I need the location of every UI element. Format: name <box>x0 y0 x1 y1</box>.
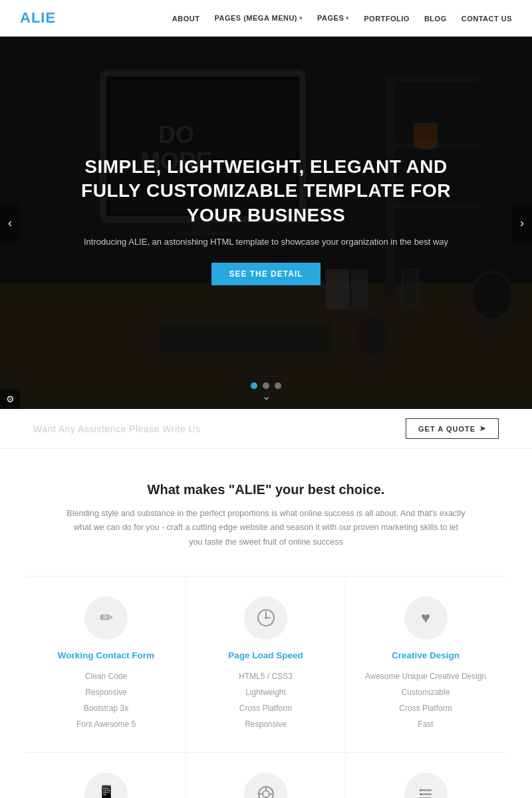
working-contact-icon: ✏ <box>84 597 128 640</box>
list-item: Customizable <box>365 684 487 700</box>
svg-point-25 <box>265 616 267 619</box>
feature-page-speed: Page Load Speed HTML5 / CSS3 Lightweight… <box>186 577 346 753</box>
creative-design-title: Creative Design <box>392 650 460 660</box>
nav-about[interactable]: ABOUT <box>172 15 200 23</box>
nav-portfolio[interactable]: PORTFOLIO <box>364 15 410 23</box>
list-item: Cross Platform <box>365 700 487 716</box>
gear-button[interactable]: ⚙ <box>0 389 20 409</box>
svg-rect-33 <box>420 793 432 795</box>
svg-rect-32 <box>420 789 432 791</box>
nav-pages[interactable]: PAGES <box>317 14 344 22</box>
list-item: Responsive <box>239 716 293 732</box>
logo-rest: LIE <box>31 9 56 26</box>
nav-contact[interactable]: CONTACT US <box>462 15 512 23</box>
feature-grid: ✏ Working Contact Form Clean Code Respon… <box>27 576 505 798</box>
gear-icon: ⚙ <box>6 394 15 404</box>
feature-easy-setup: Easy to Setup Awesome Unique Creative De… <box>346 753 505 798</box>
nav-blog[interactable]: BLOG <box>424 15 447 23</box>
list-item: Cross Platform <box>239 700 293 716</box>
responsive-icon: 📱 <box>84 773 128 798</box>
list-item: Bootstrap 3x <box>76 700 136 716</box>
feature-responsive: 📱 Fully Responsive SEO Easy to Setup Soc… <box>27 753 186 798</box>
page-speed-icon <box>244 597 287 640</box>
features-description: Blending style and substance in the perf… <box>66 507 466 549</box>
chevron-right-icon: › <box>520 216 524 230</box>
list-item: Font Awesome 5 <box>76 716 136 732</box>
features-section: What makes "ALIE" your best choice. Blen… <box>0 449 532 798</box>
carousel-dot-2[interactable] <box>263 382 269 389</box>
list-item: Awesome Unique Creative Design <box>365 668 487 684</box>
carousel-dot-3[interactable] <box>275 382 281 389</box>
chevron-down-icon: ⌄ <box>262 390 271 402</box>
get-quote-button[interactable]: GET A QUOTE ➤ <box>406 418 499 439</box>
page-speed-list: HTML5 / CSS3 Lightweight Cross Platform … <box>239 668 293 732</box>
features-title: What makes "ALIE" your best choice. <box>27 482 505 497</box>
logo-highlight: A <box>20 9 31 26</box>
hero-carousel-dots <box>251 382 281 389</box>
page-speed-title: Page Load Speed <box>228 650 303 660</box>
feature-creative-design: ♥ Creative Design Awesome Unique Creativ… <box>346 577 505 753</box>
hero-subtitle: Introducing ALIE, an astonishing HTML te… <box>60 237 472 247</box>
creative-design-icon: ♥ <box>404 597 448 640</box>
carousel-dot-1[interactable] <box>251 382 257 389</box>
hero-prev-button[interactable]: ‹ <box>0 203 20 243</box>
send-icon: ➤ <box>479 424 486 433</box>
hero-title: SIMPLE, LIGHTWEIGHT, ELEGANT AND FULLY C… <box>60 155 472 227</box>
hero-cta-button[interactable]: SEE THE DETAIL <box>211 263 320 285</box>
brand-logo[interactable]: ALIE <box>20 9 56 27</box>
list-item: HTML5 / CSS3 <box>239 668 293 684</box>
nav-pages-mega[interactable]: PAGES (MEGA MENU) <box>214 14 297 22</box>
get-quote-label: GET A QUOTE <box>418 425 475 433</box>
optimization-icon <box>244 773 287 798</box>
svg-rect-35 <box>420 789 422 791</box>
list-item: Fast <box>365 716 487 732</box>
working-contact-title: Working Contact Form <box>58 650 154 660</box>
easy-setup-icon <box>404 773 448 798</box>
svg-rect-36 <box>420 793 422 795</box>
hero-scroll-down[interactable]: ⌄ <box>262 390 271 402</box>
working-contact-list: Clean Code Responsive Bootstrap 3x Font … <box>76 668 136 732</box>
svg-point-27 <box>263 791 269 797</box>
hero-content: SIMPLE, LIGHTWEIGHT, ELEGANT AND FULLY C… <box>60 155 472 285</box>
list-item: Responsive <box>76 684 136 700</box>
list-item: Clean Code <box>76 668 136 684</box>
nav-links: ABOUT PAGES (MEGA MENU) PAGES PORTFOLIO … <box>172 12 512 24</box>
quote-bar-text: Want Any Assistence Please Write Us <box>33 424 201 434</box>
creative-design-list: Awesome Unique Creative Design Customiza… <box>365 668 487 732</box>
hero-section: DO MORE ⌃ SIMPLE, LIGH <box>0 37 532 409</box>
quote-bar: Want Any Assistence Please Write Us GET … <box>0 409 532 449</box>
hero-next-button[interactable]: › <box>512 203 532 243</box>
feature-working-contact: ✏ Working Contact Form Clean Code Respon… <box>27 577 186 753</box>
navbar: ALIE ABOUT PAGES (MEGA MENU) PAGES PORTF… <box>0 0 532 37</box>
list-item: Lightweight <box>239 684 293 700</box>
feature-optimization: Optimization Support Quick Support Cross… <box>186 753 346 798</box>
chevron-left-icon: ‹ <box>8 216 12 230</box>
